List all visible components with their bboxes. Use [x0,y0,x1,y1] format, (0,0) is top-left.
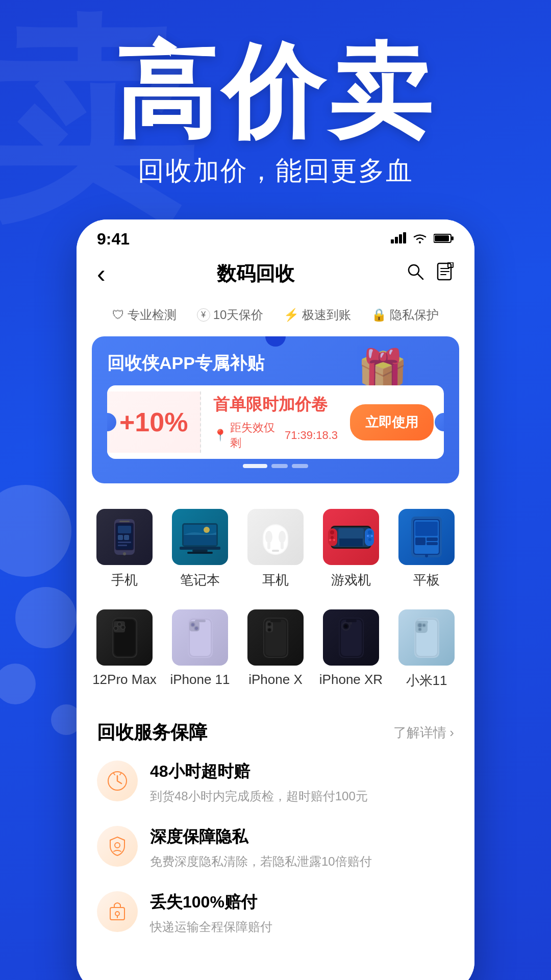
svg-point-37 [279,531,286,543]
category-game[interactable]: 游戏机 [318,509,384,589]
svg-rect-23 [118,542,131,543]
svg-rect-99 [346,620,357,622]
service-item-desc-lost: 快递运输全程保障赔付 [150,918,454,936]
nav-actions [406,262,454,285]
svg-rect-22 [124,535,129,540]
svg-point-69 [118,623,121,626]
svg-rect-0 [391,239,394,243]
svg-point-105 [418,623,421,627]
earphone-category-img [247,509,304,565]
service-title: 回收服务保障 [97,720,207,745]
svg-rect-3 [403,232,406,243]
laptop-category-img [172,509,228,565]
yuan-icon: ¥ [197,308,210,322]
coupon-right: 首单限时加价卷 📍 距失效仅剩 71:39:18.3 [201,385,350,459]
timer-label: 距失效仅剩 [230,420,282,451]
svg-point-63 [425,554,428,557]
svg-rect-20 [118,526,131,533]
iphone11-label: iPhone 11 [170,672,230,688]
tag-label-inspection: 专业检测 [128,307,177,323]
signal-icon [391,231,406,247]
service-item-title-lost: 丢失100%赔付 [150,891,454,914]
earphone-label: 耳机 [262,571,289,589]
category-earphone[interactable]: 耳机 [242,509,309,589]
svg-rect-30 [180,547,220,550]
svg-point-107 [422,624,425,626]
svg-rect-1 [395,237,398,243]
svg-rect-32 [187,552,213,554]
category-tablet[interactable]: 平板 [393,509,460,589]
svg-rect-91 [270,620,281,622]
svg-rect-21 [118,535,123,540]
svg-rect-38 [281,542,284,549]
svg-rect-31 [192,550,208,552]
svg-point-79 [191,623,194,626]
12promax-img [96,609,153,666]
model-12promax[interactable]: 12Pro Max [91,609,158,690]
service-header: 回收服务保障 了解详情 › [97,720,454,745]
svg-point-114 [115,843,120,848]
hero-subtitle: 回收加价，能回更多血 [0,153,551,189]
category-phone[interactable]: 手机 [91,509,158,589]
svg-point-48 [329,539,331,541]
pill-3 [292,464,308,468]
timer-value: 71:39:18.3 [285,429,338,442]
status-bar: 9:41 [77,219,474,254]
shield-icon: 🛡 [112,308,124,322]
svg-point-53 [367,535,369,537]
back-button[interactable]: ‹ [97,259,106,288]
service-item-privacy: 深度保障隐私 免费深度隐私清除，若隐私泄露10倍赔付 [97,826,454,871]
svg-point-97 [344,624,347,628]
model-mi11[interactable]: 小米11 [393,609,460,690]
service-item-lost: 丢失100%赔付 快递运输全程保障赔付 [97,891,454,936]
svg-point-73 [114,627,117,630]
use-coupon-button[interactable]: 立即使用 [350,404,434,440]
status-icons [391,231,454,247]
svg-point-116 [115,912,119,916]
feature-tag-inspection: 🛡 专业检测 [112,307,177,323]
svg-rect-7 [452,236,454,240]
lost-icon-wrap [97,891,138,932]
svg-point-109 [418,628,421,630]
svg-point-29 [204,527,210,533]
coupon-left: +10% [107,391,201,453]
service-item-title-48h: 48小时超时赔 [150,761,454,783]
iphonexr-img [323,609,379,666]
category-row-2: 12Pro Max [87,599,464,700]
coupon-percent: +10% [119,407,188,437]
game-category-img [323,509,379,565]
phone-category-img [96,509,153,565]
hero-section: 高价卖 回收加价，能回更多血 [0,0,551,189]
service-item-desc-privacy: 免费深度隐私清除，若隐私泄露10倍赔付 [150,852,454,871]
battery-icon [434,233,454,246]
service-section: 回收服务保障 了解详情 › 48小时超时赔 到货48小时内完成质检，超时赔付10… [77,705,474,972]
service-item-desc-48h: 到货48小时内完成质检，超时赔付100元 [150,787,454,805]
svg-point-51 [368,530,372,534]
svg-rect-82 [195,620,206,622]
svg-rect-60 [415,537,425,545]
learn-more-button[interactable]: 了解详情 › [393,724,454,742]
svg-rect-61 [427,537,438,541]
iphonexr-label: iPhone XR [319,672,383,688]
model-iphone11[interactable]: iPhone 11 [167,609,233,690]
model-iphonex[interactable]: iPhone X [242,609,309,690]
48h-icon-wrap [97,761,138,801]
svg-point-54 [371,535,373,537]
privacy-icon-wrap [97,826,138,867]
lock-shield-icon: 🔒 [371,308,387,322]
model-iphonexr[interactable]: iPhone XR [318,609,384,690]
svg-rect-36 [267,542,270,549]
svg-rect-6 [435,235,449,241]
category-section: 手机 [77,499,474,700]
game-label: 游戏机 [331,571,371,589]
category-laptop[interactable]: 笔记本 [167,509,233,589]
tag-label-price: 10天保价 [213,307,264,323]
coupon-banner: 🎁 回收侠APP专属补贴 +10% 首单限时加价卷 📍 距失效仅剩 71:39:… [92,336,459,483]
doc-icon[interactable] [437,262,454,285]
svg-rect-28 [184,535,216,545]
svg-rect-39 [272,550,279,552]
coupon-indicators [107,464,444,468]
iphone11-img [172,609,228,666]
search-icon[interactable] [406,262,424,285]
service-content-48h: 48小时超时赔 到货48小时内完成质检，超时赔付100元 [150,761,454,805]
